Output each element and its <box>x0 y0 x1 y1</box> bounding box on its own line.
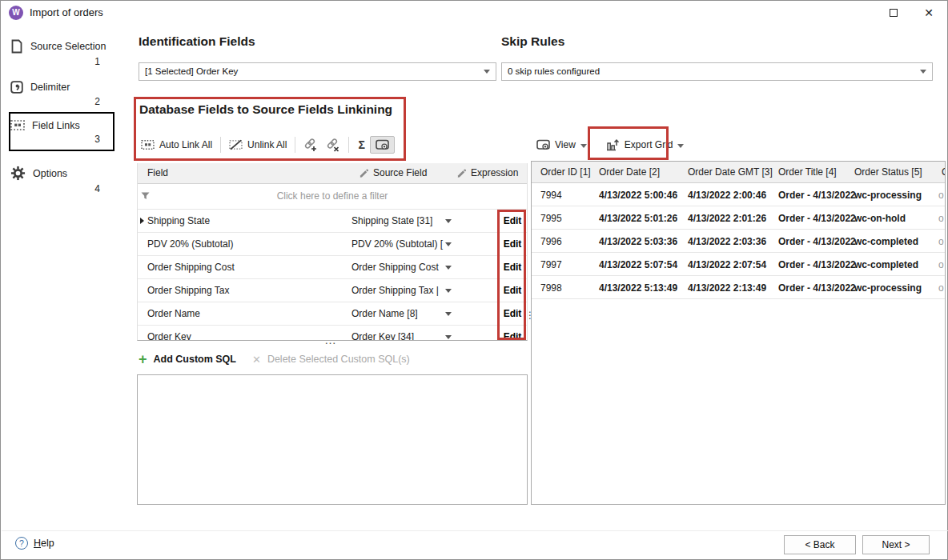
edit-button[interactable]: Edit <box>498 331 527 341</box>
field-links-grid: Field Source Field Expression Click here… <box>137 163 528 341</box>
chevron-down-icon <box>580 144 587 148</box>
help-button[interactable]: ? Help <box>15 537 54 550</box>
column-header[interactable]: Order Status [5] <box>854 166 922 178</box>
preview-toolbar: View Export Grid <box>532 133 688 157</box>
auto-link-all-button[interactable]: Auto Link All <box>137 137 216 153</box>
sidebar-item-field-links[interactable]: Field Links 3 <box>10 119 113 145</box>
export-grid-button[interactable]: Export Grid <box>602 136 689 154</box>
next-button[interactable]: Next > <box>862 535 930 554</box>
step-number: 1 <box>10 56 113 67</box>
identification-fields-dropdown[interactable]: [1 Selected] Order Key <box>139 62 496 81</box>
sidebar-item-delimiter[interactable]: Delimiter 2 <box>10 81 113 107</box>
order-row[interactable]: 7996 4/13/2022 5:03:36 4/13/2022 2:03:36… <box>532 230 945 253</box>
unlink-icon <box>229 139 243 150</box>
filter-placeholder: Click here to define a filter <box>138 190 527 202</box>
edit-button[interactable]: Edit <box>498 262 527 273</box>
chevron-down-icon[interactable] <box>445 242 452 246</box>
sidebar-item-source-selection[interactable]: Source Selection 1 <box>10 39 113 67</box>
chevron-down-icon[interactable] <box>445 289 452 293</box>
field-link-row[interactable]: Shipping State Shipping State [31] Edit <box>138 210 527 233</box>
edit-button[interactable]: Edit <box>498 238 527 250</box>
maximize-button[interactable] <box>880 1 907 25</box>
expression-sigma-button[interactable]: Σ <box>353 138 369 151</box>
order-status-cell: wc-completed <box>854 259 918 270</box>
export-grid-icon <box>606 138 620 151</box>
order-row[interactable]: 7994 4/13/2022 5:00:46 4/13/2022 2:00:46… <box>532 183 945 206</box>
column-header-expression[interactable]: Expression <box>456 167 518 178</box>
skip-rules-dropdown[interactable]: 0 skip rules configured <box>501 62 933 81</box>
unlink-all-label: Unlink All <box>247 139 287 150</box>
column-header[interactable]: Order Title [4] <box>778 166 837 178</box>
order-date-cell: 4/13/2022 5:07:54 <box>599 259 677 270</box>
chevron-down-icon[interactable] <box>445 219 452 223</box>
source-field-cell[interactable]: Order Key [34] <box>351 331 414 341</box>
source-field-cell[interactable]: Order Shipping Cost <box>351 262 439 273</box>
field-link-row[interactable]: Order Name Order Name [8] Edit <box>138 302 527 326</box>
order-title-cell: Order - 4/13/2022 <box>778 259 856 270</box>
custom-sql-editor[interactable] <box>137 374 528 505</box>
partial-cell: o <box>938 190 944 201</box>
order-id-cell: 7995 <box>540 213 562 224</box>
order-status-cell: wc-processing <box>854 282 922 294</box>
source-field-cell[interactable]: PDV 20% (Subtotal) [ <box>351 238 443 250</box>
view-button[interactable]: View <box>532 137 591 153</box>
field-link-row[interactable]: Order Shipping Cost Order Shipping Cost … <box>138 256 527 279</box>
row-expander-icon[interactable] <box>140 218 144 224</box>
auto-link-all-label: Auto Link All <box>159 139 212 150</box>
source-field-cell[interactable]: Order Name [8] <box>351 308 418 319</box>
preview-toggle-button[interactable] <box>370 136 395 154</box>
toolbar-separator <box>220 137 221 153</box>
column-header[interactable]: O <box>942 166 946 178</box>
close-button[interactable]: ✕ <box>915 1 942 25</box>
sidebar-item-options[interactable]: Options 4 <box>10 166 113 194</box>
sidebar-item-label: Source Selection <box>30 41 106 52</box>
field-cell: Order Shipping Cost <box>147 262 235 273</box>
document-icon <box>10 39 23 54</box>
column-header[interactable]: Order Date GMT [3] <box>688 166 773 178</box>
source-field-cell[interactable]: Order Shipping Tax | <box>351 285 439 296</box>
order-row[interactable]: 7995 4/13/2022 5:01:26 4/13/2022 2:01:26… <box>532 206 945 230</box>
order-row[interactable]: 7998 4/13/2022 5:13:49 4/13/2022 2:13:49… <box>532 276 945 299</box>
link-x-icon <box>326 138 340 152</box>
step-number: 2 <box>10 96 113 107</box>
order-id-cell: 7998 <box>540 282 562 294</box>
add-link-button[interactable] <box>299 136 322 154</box>
field-cell: PDV 20% (Subtotal) <box>147 238 233 250</box>
order-date-gmt-cell: 4/13/2022 2:00:46 <box>688 190 766 201</box>
column-header[interactable]: Order ID [1] <box>540 166 591 178</box>
field-cell: Order Key <box>147 331 191 341</box>
partial-cell: o <box>938 213 944 224</box>
quote-icon <box>10 81 23 94</box>
field-link-row[interactable]: PDV 20% (Subtotal) PDV 20% (Subtotal) [ … <box>138 233 527 256</box>
help-label: Help <box>34 538 54 549</box>
column-header-field[interactable]: Field <box>147 167 168 178</box>
add-custom-sql-button[interactable]: Add Custom SQL <box>154 354 236 365</box>
order-id-cell: 7994 <box>540 190 562 201</box>
delete-custom-sql-button[interactable]: Delete Selected Custom SQL(s) <box>267 354 410 365</box>
field-link-row[interactable]: Order Shipping Tax Order Shipping Tax | … <box>138 279 527 302</box>
chevron-down-icon[interactable] <box>445 312 452 316</box>
field-links-grid-header: Field Source Field Expression <box>138 163 527 184</box>
column-header[interactable]: Order Date [2] <box>599 166 660 178</box>
remove-link-button[interactable] <box>322 136 344 154</box>
edit-button[interactable]: Edit <box>498 308 527 319</box>
edit-button[interactable]: Edit <box>498 285 527 296</box>
chevron-down-icon[interactable] <box>445 266 452 270</box>
order-row[interactable]: 7997 4/13/2022 5:07:54 4/13/2022 2:07:54… <box>532 253 945 276</box>
horizontal-splitter-handle[interactable]: … <box>324 333 337 346</box>
order-title-cell: Order - 4/13/2022 <box>778 282 856 294</box>
chevron-down-icon[interactable] <box>445 335 452 339</box>
source-field-cell[interactable]: Shipping State [31] <box>351 215 432 226</box>
plus-icon: + <box>139 353 147 366</box>
filter-row[interactable]: Click here to define a filter <box>138 184 527 210</box>
column-header-source-field[interactable]: Source Field <box>359 167 427 178</box>
unlink-all-button[interactable]: Unlink All <box>225 137 291 153</box>
back-button[interactable]: < Back <box>784 535 856 554</box>
order-date-cell: 4/13/2022 5:00:46 <box>599 190 677 201</box>
link-plus-icon <box>303 138 318 152</box>
edit-button[interactable]: Edit <box>498 215 527 226</box>
sidebar-item-label: Options <box>33 168 67 179</box>
chevron-down-icon <box>677 144 684 148</box>
order-title-cell: Order - 4/13/2022 <box>778 236 856 247</box>
footer-divider <box>2 530 948 531</box>
